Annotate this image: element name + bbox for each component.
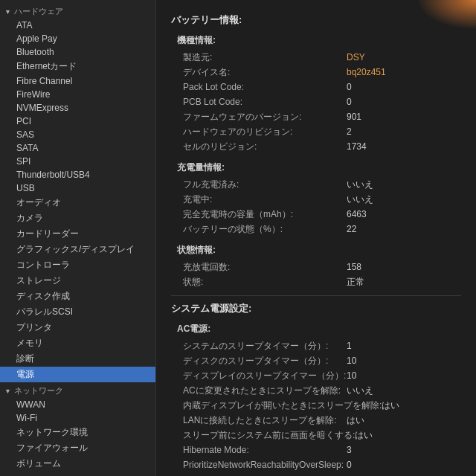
table-row: 製造元:DSY [171,50,461,65]
sidebar-item-memory[interactable]: メモリ [0,335,155,351]
info-label: 充電中: [183,193,347,206]
charge-info-title: 充電量情報: [171,161,461,174]
info-value: DSY [347,51,365,64]
sidebar-item-power[interactable]: 電源 [0,367,155,382]
sidebar-item-audio[interactable]: オーディオ [0,195,155,210]
info-value: はい [347,414,364,427]
sidebar-software-header: ▼ ソフトウェア [0,472,155,476]
info-value: 22 [347,222,356,236]
sidebar-item-sas[interactable]: SAS [0,128,155,141]
table-row: セルのリビジョン:1734 [171,139,461,154]
sidebar-hardware-header: ▼ ハードウェア [0,3,155,19]
sidebar-item-ethernet[interactable]: Ethernetカード [0,59,155,74]
ac-power-title: AC電源: [171,323,461,335]
info-label: システムのスリープタイマー（分）: [183,339,347,353]
info-value: いいえ [347,178,373,191]
info-value: 6463 [347,208,367,221]
table-row: システムのスリープタイマー（分）:1 [171,338,461,353]
sidebar-item-thunderbolt[interactable]: Thunderbolt/USB4 [0,168,155,181]
sidebar-item-applepay[interactable]: Apple Pay [0,32,155,45]
info-label: 完全充電時の容量（mAh）: [183,208,347,221]
sidebar-item-spi[interactable]: SPI [0,155,155,168]
table-row: 充電中:いいえ [171,192,461,207]
table-row: Hibernate Mode:3 [171,443,461,457]
sidebar-item-netenv[interactable]: ネットワーク環境 [0,425,155,440]
info-label: ハードウェアのリビジョン: [183,125,347,138]
info-label: Pack Lot Code: [183,80,347,94]
sidebar-item-volume[interactable]: ボリューム [0,456,155,472]
info-value: 10 [347,369,356,382]
table-row: 内蔵ディスプレイが開いたときにスリープを解除:はい [171,398,461,413]
info-value: 1 [347,339,352,353]
info-label: ACに変更されたときにスリープを解除: [183,384,347,397]
sidebar-item-usb[interactable]: USB [0,181,155,195]
info-label: 状態: [183,275,347,289]
info-label: 充放電回数: [183,260,347,274]
info-value: 10 [347,354,356,367]
info-label: PrioritizeNetworkReachabilityOverSleep: [183,458,347,472]
table-row: ディスクのスリープタイマー（分）:10 [171,353,461,368]
info-value: bq20z451 [347,65,386,79]
sidebar-item-printer[interactable]: プリンタ [0,320,155,335]
sidebar-item-firewall[interactable]: ファイアウォール [0,440,155,456]
device-rows: 製造元:DSYデバイス名:bq20z451Pack Lot Code:0PCB … [171,50,461,154]
info-value: 158 [347,260,361,274]
info-label: スリープ前にシステム前に画面を暗くする: [183,428,355,442]
sidebar-item-wwan[interactable]: WWAN [0,398,155,411]
page-title: バッテリー情報: [171,13,461,27]
sidebar-item-diskcreation[interactable]: ディスク作成 [0,289,155,304]
sidebar-item-sata[interactable]: SATA [0,141,155,155]
table-row: 完全充電時の容量（mAh）:6463 [171,207,461,222]
table-row: スリープ前にシステム前に画面を暗くする:はい [171,428,461,443]
system-power-title: システム電源設定: [171,302,461,315]
info-value: はい [355,428,373,442]
status-info-title: 状態情報: [171,244,461,257]
table-row: バッテリーの状態（%）:22 [171,222,461,237]
sidebar-item-pci[interactable]: PCI [0,115,155,128]
info-label: ディスプレイのスリープタイマー（分）: [183,369,347,382]
table-row: デバイス名:bq20z451 [171,65,461,80]
sidebar-item-ata[interactable]: ATA [0,19,155,32]
chevron-down-icon-network: ▼ [4,387,11,395]
sidebar-item-fibrechannel[interactable]: Fibre Channel [0,74,155,88]
sidebar-item-wifi[interactable]: Wi-Fi [0,411,155,425]
table-row: ACに変更されたときにスリープを解除:いいえ [171,383,461,398]
info-label: 製造元: [183,51,347,64]
table-row: フル充電済み:いいえ [171,177,461,192]
sidebar-hardware-label: ハードウェア [14,6,63,17]
info-value: 3 [347,443,352,457]
info-value: 0 [347,458,352,472]
table-row: ハードウェアのリビジョン:2 [171,124,461,139]
device-info-title: 機種情報: [171,34,461,47]
charge-rows: フル充電済み:いいえ充電中:いいえ完全充電時の容量（mAh）:6463バッテリー… [171,177,461,237]
sidebar-item-cardreader[interactable]: カードリーダー [0,226,155,242]
table-row: PrioritizeNetworkReachabilityOverSleep:0 [171,457,461,472]
info-value: いいえ [347,384,373,397]
info-label: デバイス名: [183,65,347,79]
info-label: 内蔵ディスプレイが開いたときにスリープを解除: [183,399,382,412]
sidebar-network-items: WWANWi-Fiネットワーク環境ファイアウォールボリューム [0,398,155,472]
sidebar: ▼ ハードウェア ATAApple PayBluetoothEthernetカー… [0,0,156,476]
info-label: Hibernate Mode: [183,443,347,457]
info-value: 正常 [347,275,364,289]
info-value: いいえ [347,193,373,206]
sidebar-item-camera[interactable]: カメラ [0,210,155,226]
chevron-down-icon: ▼ [4,8,11,16]
sidebar-item-parallelscsi[interactable]: パラレルSCSI [0,304,155,320]
info-label: PCB Lot Code: [183,95,347,109]
table-row: PCB Lot Code:0 [171,94,461,109]
sidebar-item-firewire[interactable]: FireWire [0,88,155,101]
info-value: 0 [347,80,352,94]
info-label: ディスクのスリープタイマー（分）: [183,354,347,367]
sidebar-item-diagnostics[interactable]: 診断 [0,351,155,367]
sidebar-item-storage[interactable]: ストレージ [0,273,155,289]
table-row: ディスプレイのスリープタイマー（分）:10 [171,368,461,383]
sidebar-item-graphics[interactable]: グラフィックス/ディスプレイ [0,242,155,257]
sidebar-item-nvme[interactable]: NVMExpress [0,101,155,115]
sidebar-item-bluetooth[interactable]: Bluetooth [0,45,155,59]
info-label: フル充電済み: [183,178,347,191]
sidebar-network-label: ネットワーク [14,385,63,396]
info-label: バッテリーの状態（%）: [183,222,347,236]
divider-1 [171,295,461,296]
sidebar-item-controller[interactable]: コントローラ [0,257,155,273]
